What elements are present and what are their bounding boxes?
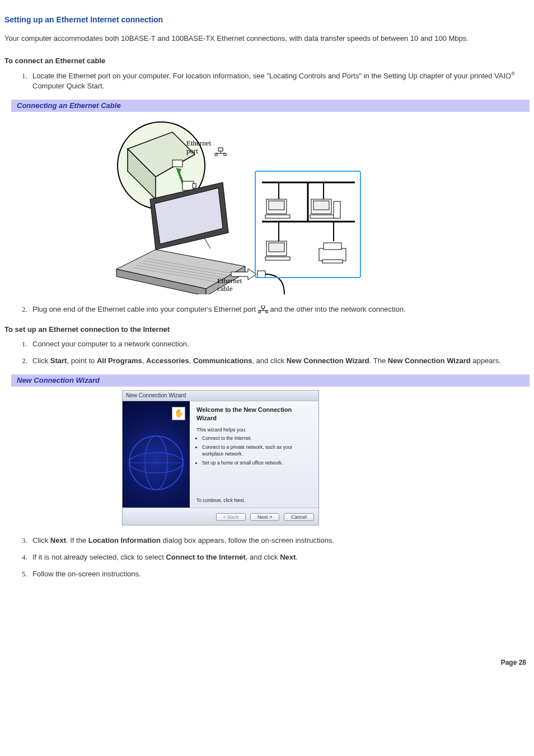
svg-rect-36	[269, 243, 284, 252]
wizard-next-button[interactable]: Next >	[250, 513, 279, 521]
ethernet-port-icon	[258, 306, 268, 313]
wizard-button-row: < Back Next > Cancel	[123, 508, 318, 525]
svg-rect-30	[265, 215, 290, 218]
svg-rect-45	[266, 311, 268, 313]
svg-rect-33	[310, 215, 335, 218]
t: Next	[50, 536, 66, 544]
steps-setup-internet: Connect your computer to a network conne…	[4, 339, 530, 366]
wizard-bullet: Connect to a private network, such as yo…	[202, 444, 313, 458]
t: ,	[142, 356, 146, 365]
globe-lines-icon	[123, 401, 190, 508]
svg-rect-34	[334, 201, 340, 218]
t: Click	[32, 536, 50, 544]
t: .	[296, 553, 298, 561]
page-number: Page 28	[4, 658, 530, 668]
intro-paragraph: Your computer accommodates both 10BASE-T…	[4, 34, 530, 44]
label-ethernet-port: Ethernet	[186, 139, 211, 147]
figure-wizard: New Connection Wizard ✋ Welcome to the N…	[4, 390, 530, 525]
svg-rect-6	[218, 148, 223, 151]
t: Next	[280, 553, 296, 561]
t: dialog box appears, follow the on-screen…	[161, 536, 334, 544]
steps-setup-internet-cont: Click Next. If the Location Information …	[4, 536, 530, 580]
t: If it is not already selected, click to …	[32, 553, 166, 561]
svg-rect-9	[215, 153, 217, 156]
trademark-symbol: ®	[511, 71, 515, 77]
svg-rect-41	[261, 306, 265, 308]
svg-rect-3	[182, 181, 194, 190]
label-ethernet-cable: Ethernet	[217, 276, 242, 285]
wizard-bullet: Connect to the Internet.	[202, 435, 313, 442]
svg-rect-10	[224, 153, 226, 156]
wizard-dialog: New Connection Wizard ✋ Welcome to the N…	[122, 390, 319, 525]
t: Click	[32, 356, 50, 365]
steps-connect-cable-cont: Plug one end of the Ethernet cable into …	[4, 304, 530, 314]
t: . The	[369, 356, 388, 365]
t: , point to	[67, 356, 96, 365]
wizard-content: Welcome to the New Connection Wizard Thi…	[190, 401, 318, 508]
wizard-bullet: Set up a home or small office network.	[202, 460, 313, 467]
svg-rect-29	[269, 201, 284, 210]
step-text: and the other into the network connectio…	[270, 305, 405, 313]
t: Connect to the Internet	[166, 553, 245, 561]
page-title: Setting up an Ethernet Internet connecti…	[4, 15, 530, 26]
steps-connect-cable: Locate the Ethernet port on your compute…	[4, 71, 530, 92]
step-2-plug-cable: Plug one end of the Ethernet cable into …	[29, 304, 530, 314]
svg-rect-32	[313, 201, 329, 210]
wizard-helps-label: This wizard helps you:	[196, 426, 313, 434]
step-1-locate-port: Locate the Ethernet port on your compute…	[29, 71, 530, 92]
svg-rect-44	[258, 311, 260, 313]
step-2-open-wizard: Click Start, point to All Programs, Acce…	[29, 356, 530, 366]
svg-rect-38	[319, 248, 346, 261]
t: , and click	[246, 553, 280, 561]
svg-rect-40	[322, 260, 343, 263]
t: , and click	[252, 356, 286, 365]
step-text: Plug one end of the Ethernet cable into …	[32, 305, 258, 313]
section-heading-setup-internet: To set up an Ethernet connection to the …	[4, 325, 530, 335]
t: New Connection Wizard	[388, 356, 471, 365]
figure-caption-wizard: New Connection Wizard	[4, 374, 530, 387]
t: Start	[50, 356, 67, 365]
step-3-click-next: Click Next. If the Location Information …	[29, 536, 530, 546]
t: . If the	[66, 536, 88, 544]
step-4-connect-internet: If it is not already selected, click to …	[29, 552, 530, 562]
step-1-connect-network: Connect your computer to a network conne…	[29, 339, 530, 349]
t: ,	[189, 356, 193, 365]
figure-caption-ethernet: Connecting an Ethernet Cable	[4, 100, 530, 112]
svg-rect-39	[324, 243, 341, 250]
t: Communications	[193, 356, 252, 365]
t: appears.	[471, 356, 501, 365]
step-5-follow: Follow the on-screen instructions.	[29, 569, 530, 579]
t: New Connection Wizard	[287, 356, 369, 365]
figure-ethernet-cable: Ethernet port	[4, 115, 530, 294]
wizard-continue-label: To continue, click Next.	[196, 497, 313, 504]
step-text: Locate the Ethernet port on your compute…	[32, 72, 511, 80]
svg-rect-4	[193, 184, 196, 188]
wizard-welcome-heading: Welcome to the New Connection Wizard	[196, 406, 313, 423]
svg-text:Ethernet
      cable: Ethernet cable	[217, 276, 243, 293]
wizard-cancel-button[interactable]: Cancel	[284, 513, 314, 521]
t: All Programs	[97, 356, 142, 365]
t: Accessories	[146, 356, 189, 365]
svg-rect-37	[265, 257, 290, 260]
wizard-titlebar: New Connection Wizard	[123, 391, 318, 401]
t: Location Information	[88, 536, 161, 544]
svg-rect-1	[172, 160, 182, 167]
step-text: Computer Quick Start.	[32, 82, 105, 90]
section-heading-connect-cable: To connect an Ethernet cable	[4, 56, 530, 66]
wizard-side-graphic: ✋	[123, 401, 190, 508]
wizard-back-button[interactable]: < Back	[216, 513, 246, 521]
svg-rect-18	[257, 271, 265, 278]
ethernet-diagram: Ethernet port	[88, 115, 363, 294]
